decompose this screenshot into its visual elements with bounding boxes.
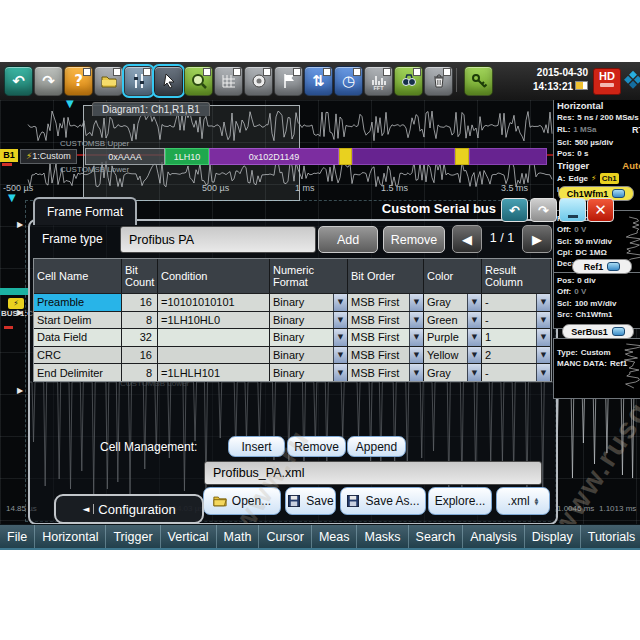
open-folder-icon[interactable] — [94, 66, 123, 96]
vertical-scale-icon[interactable]: ⇅ — [304, 66, 333, 96]
tab-serbus1[interactable]: SerBus1 — [562, 324, 634, 339]
cell-color[interactable]: Gray▼ — [424, 293, 482, 311]
menu-meas[interactable]: Meas — [312, 525, 358, 548]
utility-key-icon[interactable] — [464, 66, 493, 96]
search-binoculars-icon[interactable] — [394, 66, 423, 96]
cell-result-column[interactable]: -▼ — [482, 363, 551, 381]
menu-tutorials[interactable]: Tutorials — [581, 525, 640, 548]
menu-file[interactable]: File — [0, 525, 35, 548]
cell-numeric-format[interactable]: Binary▼ — [270, 346, 348, 364]
zoom-trigger-marker[interactable]: ▼ — [8, 192, 16, 203]
minimize-pill-icon[interactable] — [612, 327, 625, 336]
xml-extension-select[interactable]: .xml ▲▼ — [496, 487, 550, 515]
menu-analysis[interactable]: Analysis — [463, 525, 525, 548]
menu-horizontal[interactable]: Horizontal — [35, 525, 106, 548]
minimize-pill-icon[interactable] — [612, 189, 625, 198]
dialog-forward-button[interactable]: ↷ — [530, 198, 557, 222]
serbus1-panel[interactable]: Type:CustomMANC DATA:Ref1 — [553, 338, 640, 399]
remove-cell-button[interactable]: Remove — [287, 436, 346, 457]
cell-bit-count[interactable]: 8 — [122, 311, 158, 329]
dialog-back-button[interactable]: ↶ — [501, 198, 528, 222]
dropdown-arrow-icon[interactable]: ▼ — [536, 347, 550, 364]
save-as-button[interactable]: Save As... — [340, 487, 426, 515]
cell-result-column[interactable]: -▼ — [482, 311, 551, 329]
signal-levels-icon[interactable] — [124, 66, 153, 96]
cell-condition[interactable]: =10101010101 — [158, 293, 270, 311]
page-prev-button[interactable]: ◀ — [452, 225, 482, 253]
cell-condition[interactable] — [158, 346, 270, 364]
hd-mode-badge[interactable]: HD — [593, 68, 621, 95]
cell-condition[interactable]: =1LHLH101 — [158, 363, 270, 381]
redo-icon[interactable]: ↷ — [34, 66, 63, 96]
dropdown-arrow-icon[interactable]: ▼ — [536, 329, 550, 346]
cell-name[interactable]: Data Field — [34, 328, 122, 346]
cell-condition[interactable] — [158, 328, 270, 346]
cell-name[interactable]: Preamble — [34, 293, 122, 311]
explore-button[interactable]: Explore... — [428, 487, 492, 515]
dropdown-arrow-icon[interactable]: ▼ — [536, 364, 550, 381]
delete-icon[interactable] — [424, 66, 453, 96]
cell-bit-order[interactable]: MSB First▼ — [348, 363, 424, 381]
cell-result-column[interactable]: 1▼ — [482, 328, 551, 346]
cell-name[interactable]: End Delimiter — [34, 363, 122, 381]
dialog-minimize-button[interactable] — [559, 198, 586, 222]
cell-color[interactable]: Purple▼ — [424, 328, 482, 346]
dropdown-arrow-icon[interactable]: ▼ — [536, 294, 550, 311]
menu-trigger[interactable]: Trigger — [106, 525, 160, 548]
frame-type-input[interactable]: Profibus PA — [120, 226, 316, 253]
dropdown-arrow-icon[interactable]: ▼ — [467, 329, 481, 346]
cell-name[interactable]: Start Delim — [34, 311, 122, 329]
ref1-panel[interactable]: Pos:0 divOff:0 VScl:100 mV/divSrc:Ch1Wfm… — [553, 272, 640, 329]
bus1-badge[interactable]: B1 — [0, 149, 18, 162]
pointer-icon[interactable] — [154, 66, 183, 96]
help-icon[interactable]: ? — [64, 66, 93, 96]
dropdown-arrow-icon[interactable]: ▼ — [409, 312, 423, 329]
dropdown-arrow-icon[interactable]: ▼ — [409, 347, 423, 364]
dropdown-arrow-icon[interactable]: ▼ — [333, 347, 347, 364]
menu-cursor[interactable]: Cursor — [259, 525, 312, 548]
minimize-pill-icon[interactable] — [607, 262, 620, 271]
dropdown-arrow-icon[interactable]: ▼ — [333, 294, 347, 311]
zoom-icon[interactable] — [184, 66, 213, 96]
cell-numeric-format[interactable]: Binary▼ — [270, 293, 348, 311]
save-button[interactable]: Save — [285, 487, 336, 515]
page-next-button[interactable]: ▶ — [522, 225, 552, 253]
cell-result-column[interactable]: -▼ — [482, 293, 551, 311]
cell-result-column[interactable]: 2▼ — [482, 346, 551, 364]
cell-bit-count[interactable]: 32 — [122, 328, 158, 346]
spinner-arrows-icon[interactable]: ▲▼ — [535, 497, 539, 506]
dropdown-arrow-icon[interactable]: ▼ — [409, 364, 423, 381]
dropdown-arrow-icon[interactable]: ▼ — [333, 364, 347, 381]
undo-icon[interactable]: ↶ — [4, 66, 33, 96]
cell-numeric-format[interactable]: Binary▼ — [270, 328, 348, 346]
add-button[interactable]: Add — [318, 226, 378, 253]
menu-vertical[interactable]: Vertical — [161, 525, 217, 548]
dropdown-arrow-icon[interactable]: ▼ — [467, 312, 481, 329]
cell-bit-count[interactable]: 16 — [122, 293, 158, 311]
dialog-close-button[interactable]: ✕ — [587, 198, 614, 222]
cell-condition[interactable]: =1LH10HL0 — [158, 311, 270, 329]
dropdown-arrow-icon[interactable]: ▼ — [467, 347, 481, 364]
cell-bit-order[interactable]: MSB First▼ — [348, 328, 424, 346]
dropdown-arrow-icon[interactable]: ▼ — [536, 312, 550, 329]
cell-numeric-format[interactable]: Binary▼ — [270, 363, 348, 381]
menu-display[interactable]: Display — [525, 525, 581, 548]
dropdown-arrow-icon[interactable]: ▼ — [467, 294, 481, 311]
dropdown-arrow-icon[interactable]: ▼ — [333, 312, 347, 329]
cell-color[interactable]: Yellow▼ — [424, 346, 482, 364]
cell-color[interactable]: Green▼ — [424, 311, 482, 329]
cell-bit-order[interactable]: MSB First▼ — [348, 293, 424, 311]
cell-bit-order[interactable]: MSB First▼ — [348, 311, 424, 329]
annotate-flag-icon[interactable] — [274, 66, 303, 96]
display-icon[interactable] — [244, 66, 273, 96]
dropdown-arrow-icon[interactable]: ▼ — [409, 294, 423, 311]
cell-bit-count[interactable]: 16 — [122, 346, 158, 364]
menu-math[interactable]: Math — [217, 525, 260, 548]
grid-icon[interactable] — [214, 66, 243, 96]
dropdown-arrow-icon[interactable]: ▼ — [333, 329, 347, 346]
append-cell-button[interactable]: Append — [347, 436, 406, 457]
open-button[interactable]: Open... — [203, 487, 281, 515]
filename-input[interactable]: Profibus_PA.xml — [204, 461, 542, 485]
menu-masks[interactable]: Masks — [357, 525, 408, 548]
tab-ref1[interactable]: Ref1 — [572, 259, 632, 274]
